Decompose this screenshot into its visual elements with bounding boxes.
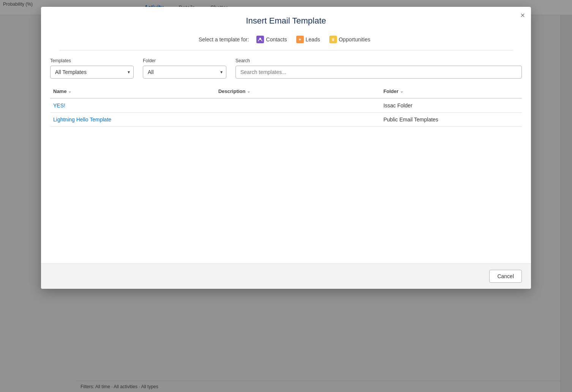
th-name-label: Name	[53, 88, 66, 94]
template-link-yes[interactable]: YES!	[53, 102, 65, 109]
th-name-sort-icon: ⌄	[68, 89, 71, 94]
th-description-label: Description	[218, 88, 246, 94]
template-link-lightning[interactable]: Lightning Hello Template	[53, 116, 111, 123]
th-name[interactable]: Name ⌄	[50, 85, 215, 98]
template-folder-lightning: Public Email Templates	[380, 113, 522, 127]
th-folder[interactable]: Folder ⌄	[380, 85, 522, 98]
table-header: Name ⌄ Description ⌄ Folder ⌄	[50, 85, 522, 98]
table-body: YES! Issac Folder Lightning Hello Templa…	[50, 98, 522, 127]
templates-select[interactable]: All Templates My Templates Shared Templa…	[50, 66, 134, 79]
opportunities-label: Opportunities	[339, 36, 370, 43]
th-description[interactable]: Description ⌄	[215, 85, 381, 98]
folder-filter-group: Folder All Issac Folder Public Email Tem…	[143, 58, 226, 79]
folder-filter-label: Folder	[143, 58, 226, 63]
selector-label: Select a template for:	[199, 36, 249, 43]
templates-select-wrapper: All Templates My Templates Shared Templa…	[50, 66, 134, 79]
selector-option-opportunities[interactable]: ♛ Opportunities	[326, 35, 373, 44]
table-row: YES! Issac Folder	[50, 98, 522, 113]
insert-email-template-modal: × Insert Email Template Select a templat…	[41, 7, 531, 289]
template-description-yes	[215, 98, 381, 113]
search-input[interactable]	[235, 66, 522, 79]
selector-option-leads[interactable]: ✦ Leads	[293, 35, 323, 44]
selector-option-contacts[interactable]: Contacts	[253, 35, 290, 44]
template-description-lightning	[215, 113, 381, 127]
contacts-icon	[256, 36, 264, 43]
templates-filter-label: Templates	[50, 58, 134, 63]
template-folder-yes: Issac Folder	[380, 98, 522, 113]
modal-header: × Insert Email Template Select a templat…	[41, 7, 531, 50]
templates-table-container: Name ⌄ Description ⌄ Folder ⌄	[41, 85, 531, 263]
template-selector: Select a template for: Contacts ✦ Leads …	[59, 32, 513, 50]
folder-select-wrapper: All Issac Folder Public Email Templates …	[143, 66, 226, 79]
modal-footer: Cancel	[41, 263, 531, 289]
opportunities-icon: ♛	[329, 36, 337, 43]
leads-label: Leads	[306, 36, 320, 43]
leads-icon: ✦	[296, 36, 304, 43]
search-group: Search	[235, 58, 522, 79]
contacts-label: Contacts	[266, 36, 287, 43]
templates-table: Name ⌄ Description ⌄ Folder ⌄	[50, 85, 522, 127]
th-folder-sort-icon: ⌄	[400, 89, 403, 94]
table-empty-area	[50, 127, 522, 263]
modal-title: Insert Email Template	[50, 16, 522, 26]
modal-close-button[interactable]: ×	[520, 11, 525, 19]
th-description-sort-icon: ⌄	[247, 89, 250, 94]
filter-row: Templates All Templates My Templates Sha…	[41, 50, 531, 85]
th-folder-label: Folder	[383, 88, 398, 94]
templates-filter-group: Templates All Templates My Templates Sha…	[50, 58, 134, 79]
search-label: Search	[235, 58, 522, 63]
cancel-button[interactable]: Cancel	[489, 270, 522, 283]
table-row: Lightning Hello Template Public Email Te…	[50, 113, 522, 127]
folder-select[interactable]: All Issac Folder Public Email Templates	[143, 66, 226, 79]
